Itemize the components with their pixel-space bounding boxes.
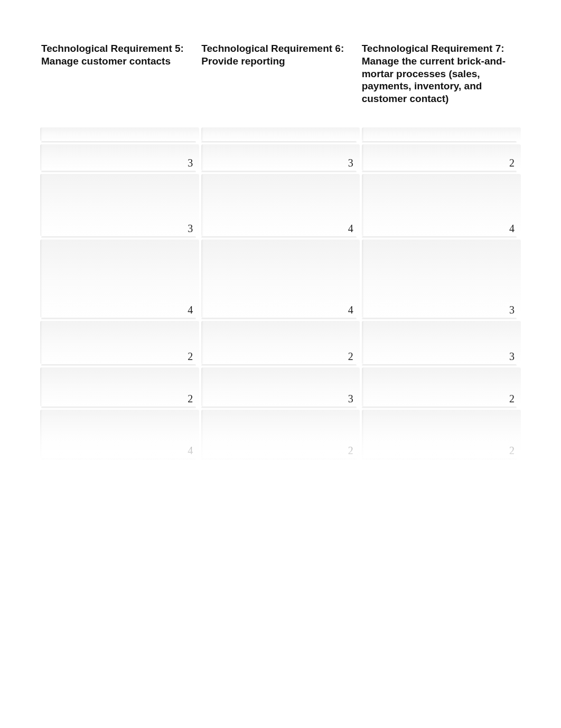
cell-value: 3 [201,367,359,407]
table-cell: 2 [200,410,360,462]
cell-value: 2 [362,367,521,407]
page: Technological Requirement 5: Manage cust… [0,0,561,462]
cell-value: 2 [201,410,359,458]
cell-value: 2 [40,367,199,407]
cell-value: 4 [40,239,199,318]
table-header-row: Technological Requirement 5: Manage cust… [40,41,521,127]
table-cell: 2 [200,321,360,367]
table-body: 3 3 2 3 4 4 4 4 3 2 2 3 2 3 2 [40,127,521,462]
table-row: 3 3 2 [40,144,521,174]
table-cell: 4 [200,174,360,239]
cell-value [201,127,359,141]
cell-value: 3 [40,174,199,236]
cell-value [40,127,199,141]
header-req-6: Technological Requirement 6: Provide rep… [200,41,360,127]
cell-value: 2 [201,321,359,364]
cell-value: 3 [201,144,359,171]
header-req-5: Technological Requirement 5: Manage cust… [40,41,200,127]
table-cell: 2 [361,367,521,410]
cell-value: 3 [40,144,199,171]
table-cell: 2 [40,321,200,367]
table-row: 3 4 4 [40,174,521,239]
table-cell: 3 [40,144,200,174]
table-row: 2 3 2 [40,367,521,410]
cell-value: 2 [40,321,199,364]
table-row: 2 2 3 [40,321,521,367]
table-cell: 4 [200,239,360,321]
table-cell [40,127,200,144]
table-cell: 4 [40,410,200,462]
table-row: 4 2 2 [40,410,521,462]
table-cell: 3 [40,174,200,239]
table-row: 4 4 3 [40,239,521,321]
table-cell: 4 [361,174,521,239]
table-cell: 2 [361,144,521,174]
cell-value: 3 [362,239,521,318]
table-cell: 2 [361,410,521,462]
cell-value: 4 [362,174,521,236]
table-cell: 2 [40,367,200,410]
table-cell: 3 [361,239,521,321]
cell-value: 3 [362,321,521,364]
cell-value: 2 [362,410,521,458]
table-cell [361,127,521,144]
cell-value [362,127,521,141]
cell-value: 2 [362,144,521,171]
header-req-7: Technological Requirement 7: Manage the … [361,41,521,127]
table-cell [200,127,360,144]
table-row [40,127,521,144]
requirements-table: Technological Requirement 5: Manage cust… [40,41,521,462]
table-cell: 3 [200,367,360,410]
table-cell: 3 [200,144,360,174]
cell-value: 4 [201,239,359,318]
table-cell: 3 [361,321,521,367]
table-cell: 4 [40,239,200,321]
cell-value: 4 [201,174,359,236]
cell-value: 4 [40,410,199,458]
